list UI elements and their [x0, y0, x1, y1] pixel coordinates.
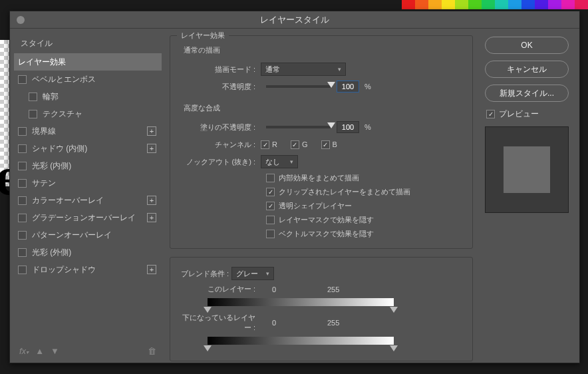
style-row-11[interactable]: 光彩 (外側)	[14, 244, 162, 261]
style-row-7[interactable]: サテン	[14, 174, 162, 192]
swatch[interactable]	[508, 0, 521, 9]
transparency-shapes-checkbox[interactable]	[266, 202, 275, 210]
this-layer-low: 0	[261, 285, 287, 293]
opacity-unit: %	[365, 83, 371, 91]
style-row-6[interactable]: 光彩 (内側)	[14, 157, 162, 174]
style-row-label: 光彩 (内側)	[32, 160, 71, 172]
opacity-input[interactable]	[337, 81, 359, 93]
style-row-10[interactable]: パターンオーバーレイ	[14, 226, 162, 244]
close-button[interactable]	[17, 16, 25, 24]
add-effect-button[interactable]: +	[147, 196, 156, 205]
opacity-label: 不透明度 :	[181, 82, 261, 92]
style-checkbox[interactable]	[18, 231, 27, 240]
this-layer-label: このレイヤー :	[181, 284, 261, 294]
add-effect-button[interactable]: +	[147, 144, 156, 153]
new-style-button[interactable]: 新規スタイル...	[485, 85, 569, 102]
style-checkbox[interactable]	[18, 144, 27, 153]
style-row-5[interactable]: シャドウ (内側)+	[14, 140, 162, 157]
swatch[interactable]	[521, 0, 535, 9]
trash-icon[interactable]: 🗑	[148, 346, 156, 356]
swatch[interactable]	[535, 0, 548, 9]
swatch[interactable]	[482, 0, 495, 9]
swatch[interactable]	[455, 0, 468, 9]
slider-handle-high[interactable]	[390, 307, 398, 313]
preview-swatch-inner	[504, 146, 550, 193]
slider-handle-low[interactable]	[204, 345, 212, 351]
fx-icon[interactable]: fx▾	[19, 346, 29, 356]
style-checkbox[interactable]	[18, 196, 27, 205]
style-checkbox[interactable]	[18, 179, 27, 188]
channel-b-checkbox[interactable]	[321, 140, 330, 149]
knockout-select[interactable]: なし▾	[261, 155, 298, 168]
style-checkbox[interactable]	[18, 214, 27, 222]
add-effect-button[interactable]: +	[147, 213, 156, 222]
style-row-label: テクスチャ	[43, 108, 82, 120]
layer-style-dialog: レイヤースタイル スタイル レイヤー効果ベベルとエンボス輪郭テクスチャ境界線+シ…	[9, 11, 580, 363]
cancel-button[interactable]: キャンセル	[485, 61, 569, 78]
blend-mode-select[interactable]: 通常▾	[261, 63, 346, 76]
swatch[interactable]	[442, 0, 455, 9]
styles-header: スタイル	[14, 33, 162, 53]
slider-handle-low[interactable]	[204, 307, 212, 313]
arrow-down-icon[interactable]: ▼	[51, 346, 59, 356]
normal-draw-label: 通常の描画	[181, 45, 462, 55]
blend-clipped-checkbox[interactable]	[266, 188, 275, 196]
style-row-2[interactable]: 輪郭	[14, 88, 162, 105]
right-buttons-panel: OK キャンセル 新規スタイル... プレビュー	[482, 29, 579, 363]
style-row-label: ドロップシャドウ	[32, 264, 96, 276]
add-effect-button[interactable]: +	[147, 265, 156, 274]
swatch[interactable]	[561, 0, 575, 9]
this-layer-gradient[interactable]	[208, 298, 394, 306]
style-checkbox[interactable]	[29, 110, 37, 118]
blend-mode-label: 描画モード :	[181, 65, 261, 75]
fill-opacity-input[interactable]	[337, 121, 359, 133]
under-layer-low: 0	[261, 319, 287, 327]
style-row-8[interactable]: カラーオーバーレイ+	[14, 192, 162, 209]
fill-opacity-unit: %	[365, 123, 371, 131]
swatch[interactable]	[575, 0, 588, 9]
blend-if-select[interactable]: グレー▾	[231, 267, 274, 280]
swatch[interactable]	[415, 0, 428, 9]
style-checkbox[interactable]	[18, 162, 27, 170]
preview-swatch	[485, 126, 569, 213]
style-row-4[interactable]: 境界線+	[14, 122, 162, 140]
swatch[interactable]	[548, 0, 561, 9]
style-checkbox[interactable]	[18, 127, 27, 136]
layer-mask-hide-checkbox[interactable]	[266, 216, 275, 224]
opacity-slider[interactable]	[266, 85, 331, 88]
dialog-titlebar: レイヤースタイル	[10, 11, 579, 29]
style-row-label: パターンオーバーレイ	[32, 230, 112, 241]
swatch[interactable]	[428, 0, 442, 9]
vector-mask-hide-checkbox[interactable]	[266, 230, 275, 238]
style-row-label: サテン	[32, 178, 56, 189]
layer-effect-section: レイヤー効果 通常の描画 描画モード : 通常▾ 不透明度 : % 高度な合成 …	[170, 35, 473, 249]
fill-opacity-label: 塗りの不透明度 :	[181, 122, 261, 132]
fill-opacity-slider[interactable]	[266, 126, 331, 128]
style-checkbox[interactable]	[29, 93, 37, 101]
style-checkbox[interactable]	[18, 248, 27, 257]
dialog-title: レイヤースタイル	[260, 14, 329, 26]
blend-interior-checkbox[interactable]	[266, 174, 275, 182]
style-row-12[interactable]: ドロップシャドウ+	[14, 261, 162, 278]
preview-checkbox[interactable]	[486, 110, 495, 118]
style-row-1[interactable]: ベベルとエンボス	[14, 71, 162, 88]
style-row-label: シャドウ (内側)	[32, 143, 87, 154]
arrow-up-icon[interactable]: ▲	[35, 346, 44, 356]
under-layer-label: 下になっているレイヤー :	[181, 313, 261, 333]
channel-r-checkbox[interactable]	[261, 140, 269, 149]
style-row-label: 輪郭	[43, 91, 59, 102]
swatch[interactable]	[468, 0, 482, 9]
slider-handle-high[interactable]	[390, 345, 398, 351]
style-checkbox[interactable]	[18, 75, 27, 84]
layer-effect-panel: レイヤー効果 通常の描画 描画モード : 通常▾ 不透明度 : % 高度な合成 …	[166, 29, 482, 363]
add-effect-button[interactable]: +	[147, 126, 156, 136]
style-row-9[interactable]: グラデーションオーバーレイ+	[14, 209, 162, 226]
swatch[interactable]	[495, 0, 508, 9]
style-row-3[interactable]: テクスチャ	[14, 105, 162, 122]
style-row-0[interactable]: レイヤー効果	[14, 53, 162, 71]
swatch[interactable]	[402, 0, 415, 9]
under-layer-gradient[interactable]	[208, 337, 394, 345]
style-checkbox[interactable]	[18, 266, 27, 274]
channel-g-checkbox[interactable]	[291, 140, 299, 149]
ok-button[interactable]: OK	[485, 37, 569, 54]
